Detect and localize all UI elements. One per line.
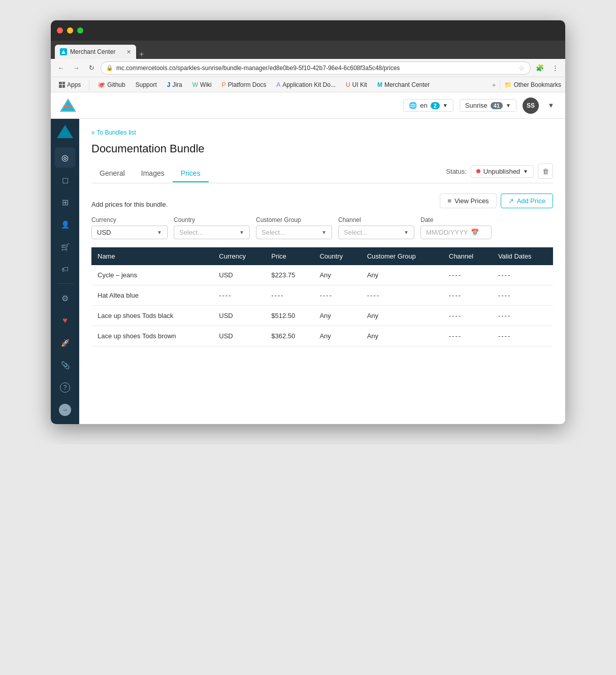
sidebar-item-settings[interactable]: ⚙ bbox=[55, 288, 75, 308]
view-prices-button[interactable]: ≡ View Prices bbox=[440, 194, 496, 208]
language-selector[interactable]: 🌐 en 2 ▼ bbox=[403, 99, 453, 112]
lock-icon: 🔒 bbox=[106, 65, 113, 71]
sidebar-item-paperclip[interactable]: 📎 bbox=[55, 355, 75, 375]
forward-button[interactable]: → bbox=[70, 62, 82, 74]
sidebar-item-customize[interactable]: ⊞ bbox=[55, 192, 75, 212]
table-row[interactable]: Cycle – jeansUSD$223.75AnyAny-------- bbox=[91, 265, 553, 285]
status-selector[interactable]: Unpublished ▼ bbox=[471, 165, 534, 178]
sidebar-item-dashboard[interactable]: ◎ bbox=[55, 147, 75, 168]
tabs-row: General Images Prices Status: Unpublishe… bbox=[91, 164, 553, 183]
cell-name: Lace up shoes Tods black bbox=[91, 306, 213, 326]
bookmark-github[interactable]: 🐙 Github bbox=[93, 80, 129, 89]
browser-tab-bar: Merchant Center ✕ + bbox=[51, 41, 565, 59]
address-bar[interactable]: 🔒 mc.commercetools.co/sparkles-sunrise/b… bbox=[101, 61, 531, 75]
cell-name: Hat Altea blue bbox=[91, 285, 213, 306]
country-selector[interactable]: Select... ▼ bbox=[174, 226, 250, 239]
bookmark-wiki-label: Wiki bbox=[200, 81, 212, 88]
more-bookmarks-button[interactable]: » bbox=[493, 82, 496, 88]
new-tab-button[interactable]: + bbox=[139, 50, 144, 59]
bookmark-support[interactable]: Support bbox=[132, 80, 161, 89]
channel-selector[interactable]: Select... ▼ bbox=[338, 226, 414, 239]
traffic-light-red[interactable] bbox=[57, 27, 63, 34]
add-price-button[interactable]: ↗ Add Price bbox=[501, 194, 553, 208]
status-dot bbox=[476, 169, 480, 173]
menu-button[interactable]: ⋮ bbox=[549, 62, 561, 74]
browser-tab-active[interactable]: Merchant Center ✕ bbox=[55, 45, 136, 59]
bookmark-star-icon[interactable]: ☆ bbox=[518, 64, 525, 72]
jira-icon: J bbox=[167, 81, 171, 88]
cell-channel: ---- bbox=[443, 326, 492, 346]
external-link-icon: ↗ bbox=[508, 197, 514, 205]
customer-group-selector[interactable]: Select... ▼ bbox=[256, 226, 332, 239]
customers-icon: 👤 bbox=[61, 220, 70, 229]
back-button[interactable]: ← bbox=[55, 62, 67, 74]
browser-window: Merchant Center ✕ + ← → ↻ 🔒 mc.commercet… bbox=[51, 20, 565, 424]
bookmark-jira[interactable]: J Jira bbox=[163, 80, 186, 89]
tab-prices[interactable]: Prices bbox=[173, 165, 209, 182]
user-avatar[interactable]: SS bbox=[523, 98, 539, 114]
col-channel: Channel bbox=[443, 247, 492, 265]
heart-icon: ♥ bbox=[62, 316, 68, 325]
cell-currency: USD bbox=[213, 306, 265, 326]
tab-general-label: General bbox=[100, 169, 125, 177]
traffic-light-yellow[interactable] bbox=[67, 27, 73, 34]
tab-favicon bbox=[60, 48, 67, 55]
sidebar-item-orders[interactable]: 🛒 bbox=[55, 237, 75, 257]
breadcrumb[interactable]: ≡ To Bundles list bbox=[91, 129, 553, 136]
project-selector[interactable]: Sunrise 41 ▼ bbox=[460, 99, 516, 112]
svg-rect-3 bbox=[64, 106, 72, 107]
bookmark-github-label: Github bbox=[107, 81, 125, 88]
extensions-button[interactable]: 🧩 bbox=[534, 62, 546, 74]
app-kit-icon: A bbox=[276, 81, 280, 88]
bookmark-app-kit[interactable]: A Application Kit Do... bbox=[272, 80, 340, 89]
cell-channel: ---- bbox=[443, 265, 492, 285]
lang-badge: 2 bbox=[431, 102, 440, 109]
delete-button[interactable]: 🗑 bbox=[538, 164, 553, 179]
bookmark-wiki[interactable]: W Wiki bbox=[188, 80, 216, 89]
sidebar-item-help[interactable]: ? bbox=[55, 377, 75, 398]
folder-icon: 📁 bbox=[504, 81, 512, 88]
globe-icon: 🌐 bbox=[409, 102, 417, 109]
app-header: 🌐 en 2 ▼ Sunrise 41 ▼ SS ▼ bbox=[51, 92, 565, 119]
platform-docs-icon: P bbox=[222, 81, 226, 88]
country-chevron-icon: ▼ bbox=[239, 230, 244, 235]
bookmark-platform-docs-label: Platform Docs bbox=[228, 81, 266, 88]
tab-general[interactable]: General bbox=[91, 165, 133, 182]
tab-close-button[interactable]: ✕ bbox=[126, 49, 131, 55]
cell-customer-group: Any bbox=[361, 306, 443, 326]
country-filter-label: Country bbox=[174, 216, 250, 223]
tab-images[interactable]: Images bbox=[133, 165, 173, 182]
table-row[interactable]: Hat Altea blue------------------------ bbox=[91, 285, 553, 306]
bookmark-apps[interactable]: Apps bbox=[55, 80, 85, 89]
cell-currency: USD bbox=[213, 265, 265, 285]
lang-value: en bbox=[420, 102, 427, 109]
page-title: Documentation Bundle bbox=[91, 142, 553, 155]
bookmark-merchant-center[interactable]: M Merchant Center bbox=[373, 80, 434, 89]
sidebar-item-launch[interactable]: 🚀 bbox=[55, 333, 75, 353]
cell-currency: ---- bbox=[213, 285, 265, 306]
table-row[interactable]: Lace up shoes Tods brownUSD$362.50AnyAny… bbox=[91, 326, 553, 346]
traffic-light-green[interactable] bbox=[77, 27, 83, 34]
cell-price: $362.50 bbox=[265, 326, 313, 346]
bookmark-mc-label: Merchant Center bbox=[384, 81, 430, 88]
sidebar-item-products[interactable]: ◻ bbox=[55, 170, 75, 190]
cell-country: ---- bbox=[313, 285, 361, 306]
prices-table: Name Currency Price Country Customer Gro… bbox=[91, 247, 553, 346]
bookmark-platform-docs[interactable]: P Platform Docs bbox=[218, 80, 270, 89]
customer-group-chevron-icon: ▼ bbox=[321, 230, 327, 235]
date-input[interactable]: MM/DD/YYYY 📅 bbox=[420, 226, 492, 239]
bookmarks-bar: Apps 🐙 Github Support J Jira W Wiki P Pl… bbox=[51, 77, 565, 92]
bookmark-support-label: Support bbox=[136, 81, 157, 88]
bookmark-ui-kit[interactable]: U UI Kit bbox=[342, 80, 371, 89]
col-currency: Currency bbox=[213, 247, 265, 265]
reload-button[interactable]: ↻ bbox=[85, 62, 98, 74]
header-menu-button[interactable]: ▼ bbox=[545, 100, 557, 112]
sidebar-item-marketing[interactable]: 🏷 bbox=[55, 259, 75, 279]
currency-selector[interactable]: USD ▼ bbox=[91, 226, 168, 239]
sidebar-item-customers[interactable]: 👤 bbox=[55, 214, 75, 235]
sidebar-item-heart[interactable]: ♥ bbox=[55, 310, 75, 331]
cell-customer-group: ---- bbox=[361, 285, 443, 306]
table-row[interactable]: Lace up shoes Tods blackUSD$512.50AnyAny… bbox=[91, 306, 553, 326]
sidebar-item-forward[interactable]: → bbox=[55, 400, 75, 420]
other-bookmarks[interactable]: 📁 Other Bookmarks bbox=[504, 81, 561, 88]
